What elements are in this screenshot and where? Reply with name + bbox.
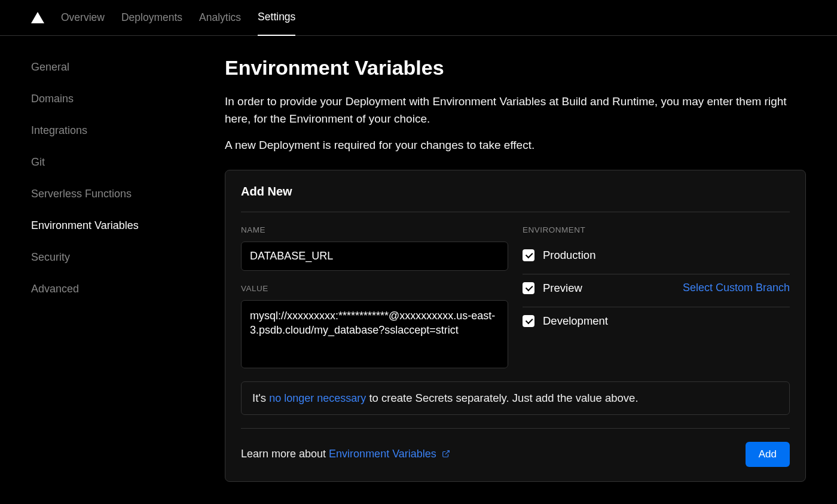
sidebar-item-git[interactable]: Git — [31, 156, 191, 169]
env-label-preview: Preview — [543, 282, 582, 295]
env-label-development: Development — [543, 314, 608, 328]
tab-analytics[interactable]: Analytics — [199, 0, 241, 36]
card-title: Add New — [241, 185, 790, 212]
sidebar-item-advanced[interactable]: Advanced — [31, 283, 191, 295]
card-footer: Learn more about Environment Variables A… — [241, 428, 790, 467]
checkbox-development[interactable] — [523, 315, 534, 327]
tab-settings[interactable]: Settings — [258, 0, 295, 36]
main-panel: Environment Variables In order to provid… — [191, 36, 837, 482]
add-new-card: Add New NAME VALUE mysql://xxxxxxxxx:***… — [225, 170, 806, 482]
notice-pre: It's — [252, 392, 269, 404]
environment-label: ENVIRONMENT — [523, 225, 790, 234]
tab-deployments[interactable]: Deployments — [121, 0, 182, 36]
top-navbar: Overview Deployments Analytics Settings — [0, 0, 837, 36]
external-link-icon — [442, 450, 450, 458]
divider — [241, 212, 790, 212]
sidebar-item-domains[interactable]: Domains — [31, 93, 191, 105]
env-row-development: Development — [523, 307, 790, 340]
form-right-column: ENVIRONMENT Production Preview Select Cu… — [523, 225, 790, 371]
checkbox-preview[interactable] — [523, 282, 534, 294]
env-row-preview: Preview Select Custom Branch — [523, 274, 790, 307]
learn-more-link[interactable]: Environment Variables — [329, 448, 450, 460]
page-description-2: A new Deployment is required for your ch… — [225, 139, 806, 152]
name-input[interactable] — [241, 242, 508, 271]
form-row: NAME VALUE mysql://xxxxxxxxx:***********… — [241, 225, 790, 371]
no-longer-necessary-link[interactable]: no longer necessary — [269, 392, 366, 404]
value-label: VALUE — [241, 284, 508, 293]
page-title: Environment Variables — [225, 56, 806, 80]
secrets-notice: It's no longer necessary to create Secre… — [241, 381, 790, 415]
value-textarea[interactable]: mysql://xxxxxxxxx:************@xxxxxxxxx… — [241, 300, 508, 368]
select-custom-branch-link[interactable]: Select Custom Branch — [683, 282, 790, 294]
content-wrapper: General Domains Integrations Git Serverl… — [0, 36, 837, 482]
env-label-production: Production — [543, 249, 595, 262]
name-label: NAME — [241, 225, 508, 234]
sidebar-item-environment-variables[interactable]: Environment Variables — [31, 219, 191, 232]
notice-post: to create Secrets separately. Just add t… — [366, 392, 638, 404]
checkbox-production[interactable] — [523, 249, 534, 261]
logo-triangle-icon[interactable] — [31, 12, 44, 23]
tab-overview[interactable]: Overview — [61, 0, 105, 36]
sidebar-item-security[interactable]: Security — [31, 251, 191, 264]
form-left-column: NAME VALUE mysql://xxxxxxxxx:***********… — [241, 225, 508, 371]
sidebar-item-general[interactable]: General — [31, 61, 191, 74]
env-row-production: Production — [523, 242, 790, 274]
svg-line-0 — [445, 451, 449, 454]
sidebar-item-integrations[interactable]: Integrations — [31, 124, 191, 137]
page-description-1: In order to provide your Deployment with… — [225, 93, 806, 128]
learn-pre: Learn more about — [241, 448, 329, 460]
sidebar-item-serverless-functions[interactable]: Serverless Functions — [31, 188, 191, 200]
add-button[interactable]: Add — [746, 442, 790, 467]
settings-sidebar: General Domains Integrations Git Serverl… — [0, 36, 191, 482]
learn-more-text: Learn more about Environment Variables — [241, 448, 450, 460]
